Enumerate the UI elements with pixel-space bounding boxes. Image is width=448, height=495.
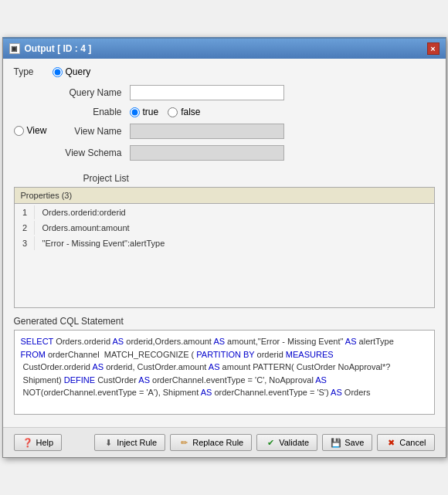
table-row: 3"Error - Missing Event":alertType — [16, 236, 433, 250]
view-fields: View Name View Schema — [60, 124, 435, 167]
prop-num: 1 — [16, 205, 35, 219]
query-name-label: Query Name — [60, 87, 130, 98]
output-dialog: ▣ Output [ ID : 4 ] × Type Query Query N… — [2, 37, 446, 458]
prop-empty-row — [16, 289, 433, 306]
save-icon: 💾 — [331, 437, 341, 448]
enable-row: Enable true false — [60, 107, 435, 117]
prop-empty-row — [16, 270, 433, 287]
footer: ❓ Help ⬇ Inject Rule ✏ Replace Rule ✔ Va… — [3, 427, 446, 457]
type-row: Type Query — [14, 66, 435, 77]
cql-box: SELECT Orders.orderid AS orderid,Orders.… — [14, 330, 435, 415]
prop-value: Orders.amount:amount — [36, 221, 433, 235]
enable-false-option[interactable]: false — [168, 107, 200, 117]
enable-false-label: false — [181, 107, 200, 117]
enable-true-radio[interactable] — [130, 107, 140, 117]
enable-true-option[interactable]: true — [130, 107, 159, 117]
dialog-title: Output [ ID : 4 ] — [25, 43, 92, 54]
dialog-icon: ▣ — [9, 43, 20, 54]
inject-icon: ⬇ — [103, 437, 114, 448]
inject-rule-button[interactable]: ⬇ Inject Rule — [94, 434, 165, 451]
view-radio[interactable] — [14, 126, 24, 136]
help-label: Help — [36, 438, 54, 447]
properties-table: 1Orders.orderid:orderid2Orders.amount:am… — [15, 204, 434, 307]
enable-false-radio[interactable] — [168, 107, 178, 117]
query-name-input[interactable]: Tracking — [130, 85, 284, 100]
cancel-button[interactable]: ✖ Cancel — [377, 434, 434, 451]
query-name-section: Query Name Tracking Enable true false — [60, 85, 435, 117]
view-label: View — [27, 125, 47, 136]
view-radio-col: View — [14, 124, 60, 136]
properties-header: Properties (3) — [15, 188, 434, 204]
validate-label: Validate — [279, 438, 309, 447]
enable-radio-group: true false — [130, 107, 201, 117]
title-bar-left: ▣ Output [ ID : 4 ] — [9, 43, 92, 54]
cancel-label: Cancel — [399, 438, 426, 447]
enable-label: Enable — [60, 107, 130, 117]
project-list-label: Project List — [83, 173, 435, 184]
replace-rule-button[interactable]: ✏ Replace Rule — [170, 434, 252, 451]
view-radio-option[interactable]: View — [14, 125, 47, 136]
view-section: View View Name View Schema — [14, 124, 435, 167]
query-label: Query — [66, 66, 91, 77]
title-bar: ▣ Output [ ID : 4 ] × — [3, 39, 446, 59]
cql-section: Generated CQL Statement SELECT Orders.or… — [14, 316, 435, 415]
prop-num: 2 — [16, 221, 35, 235]
dialog-content: Type Query Query Name Tracking Enable tr… — [3, 59, 446, 422]
query-name-row: Query Name Tracking — [60, 85, 435, 100]
help-icon: ❓ — [22, 437, 33, 448]
close-button[interactable]: × — [427, 42, 440, 55]
footer-right: ⬇ Inject Rule ✏ Replace Rule ✔ Validate … — [94, 434, 434, 451]
replace-icon: ✏ — [178, 437, 189, 448]
save-button[interactable]: 💾 Save — [322, 434, 372, 451]
view-schema-row: View Schema — [60, 145, 435, 161]
inject-label: Inject Rule — [117, 438, 157, 447]
prop-empty-row — [16, 252, 433, 269]
save-label: Save — [344, 438, 364, 447]
prop-num: 3 — [16, 236, 35, 250]
table-row: 2Orders.amount:amount — [16, 221, 433, 235]
query-radio-option[interactable]: Query — [53, 66, 91, 77]
validate-button[interactable]: ✔ Validate — [256, 434, 317, 451]
cql-label: Generated CQL Statement — [14, 316, 435, 327]
view-schema-input — [130, 145, 284, 161]
view-name-input — [130, 124, 284, 139]
replace-label: Replace Rule — [192, 438, 243, 447]
validate-icon: ✔ — [265, 437, 276, 448]
help-button[interactable]: ❓ Help — [14, 434, 63, 451]
prop-value: "Error - Missing Event":alertType — [36, 236, 433, 250]
properties-container: Properties (3) 1Orders.orderid:orderid2O… — [14, 187, 435, 308]
type-label: Type — [14, 66, 53, 77]
view-name-label: View Name — [60, 126, 130, 137]
prop-value: Orders.orderid:orderid — [36, 205, 433, 219]
table-row: 1Orders.orderid:orderid — [16, 205, 433, 219]
view-schema-label: View Schema — [60, 147, 130, 158]
cancel-icon: ✖ — [385, 437, 396, 448]
query-radio[interactable] — [53, 67, 63, 77]
enable-true-label: true — [143, 107, 159, 117]
footer-left: ❓ Help — [14, 434, 63, 451]
view-name-row: View Name — [60, 124, 435, 139]
